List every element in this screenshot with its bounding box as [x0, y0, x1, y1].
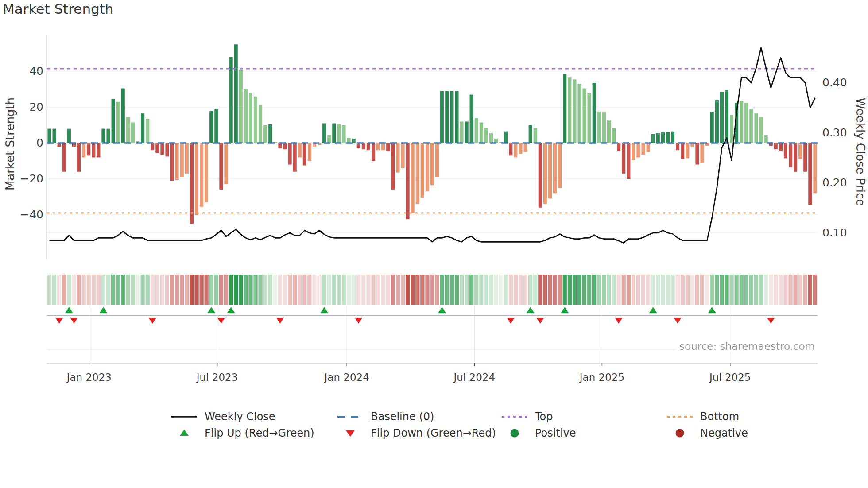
heatmap-cell: [695, 275, 699, 305]
flip-down-marker: [615, 318, 623, 324]
strength-bar: [293, 143, 297, 172]
flip-up-marker: [708, 307, 716, 313]
strength-bar: [529, 125, 532, 143]
y-tick-label-right: 0.10: [822, 226, 847, 239]
strength-bar: [151, 143, 154, 150]
heatmap-cell: [47, 275, 51, 305]
heatmap-cell: [675, 275, 679, 305]
strength-bar: [146, 119, 149, 143]
heatmap-cell: [803, 275, 807, 305]
strength-bar: [224, 143, 228, 184]
heatmap-cell: [425, 275, 429, 305]
heatmap-cell: [445, 275, 449, 305]
strength-bar: [681, 143, 684, 159]
heatmap-cell: [641, 275, 645, 305]
heatmap-cell: [460, 275, 464, 305]
legend-label: Bottom: [700, 411, 739, 423]
strength-bar: [303, 143, 306, 166]
strength-bar: [715, 100, 719, 143]
heatmap-cell: [479, 275, 483, 305]
strength-bar: [92, 143, 95, 157]
strength-bar: [106, 129, 110, 143]
strength-bar: [514, 143, 517, 157]
legend-item-flip-up: Flip Up (Red→Green): [170, 427, 314, 439]
heatmap-cell: [180, 275, 184, 305]
y-tick-label-right: 0.20: [822, 176, 847, 189]
strength-bar: [67, 129, 71, 143]
legend-label: Positive: [535, 427, 576, 439]
heatmap-cell: [435, 275, 439, 305]
heatmap-cell: [72, 275, 76, 305]
strength-bar: [53, 129, 56, 143]
strength-bar: [170, 143, 174, 181]
strength-bar: [440, 91, 444, 143]
x-axis-ticks: Jan 2023Jul 2023Jan 2024Jul 2024Jan 2025…: [66, 363, 751, 383]
strength-bar: [523, 143, 527, 152]
strength-bar: [416, 143, 419, 204]
market-strength-figure: Market Strength Market Strength Weekly C…: [0, 0, 868, 488]
legend-item-negative: Negative: [666, 427, 748, 439]
strength-bar: [573, 79, 576, 143]
strength-bar: [229, 57, 233, 143]
strength-bar: [475, 118, 478, 143]
heatmap-cell: [239, 275, 243, 305]
heatmap-cell: [190, 275, 194, 305]
strength-bar: [214, 109, 218, 143]
heatmap-cell: [87, 275, 91, 305]
strength-bar: [798, 143, 802, 159]
strength-bar: [607, 120, 611, 143]
legend-item-bottom: Bottom: [666, 411, 739, 423]
heatmap-cell: [553, 275, 557, 305]
heatmap-cell: [582, 275, 586, 305]
heatmap-cell: [288, 275, 292, 305]
strength-bar: [553, 143, 557, 193]
legend-label: Weekly Close: [205, 411, 275, 423]
legend-label: Flip Up (Red→Green): [205, 427, 314, 439]
strength-bar: [597, 112, 601, 143]
heatmap-cell: [450, 275, 454, 305]
legend-item-weekly-close: Weekly Close: [170, 411, 275, 423]
strength-bar: [195, 143, 198, 215]
strength-bar: [686, 143, 689, 158]
heatmap-cell: [420, 275, 424, 305]
strength-bar: [676, 143, 679, 150]
heatmap-cell: [519, 275, 523, 305]
heatmap-cell: [92, 275, 96, 305]
heatmap-cell: [283, 275, 287, 305]
heatmap-cell: [504, 275, 508, 305]
strength-bar: [455, 91, 458, 143]
heatmap-cell: [656, 275, 660, 305]
heatmap-cell: [209, 275, 213, 305]
strength-bar: [386, 143, 390, 151]
dotted-swatch-icon: [666, 412, 694, 421]
x-tick-label: Jul 2023: [196, 372, 238, 383]
strength-bar: [82, 143, 85, 157]
heatmap-cell: [602, 275, 606, 305]
strength-bar: [239, 70, 243, 143]
heatmap-cell: [371, 275, 375, 305]
strength-bar: [77, 143, 81, 172]
strength-bar: [465, 121, 468, 143]
strength-bar: [200, 143, 203, 207]
strength-bar: [759, 117, 763, 143]
strength-bar: [131, 122, 135, 143]
heatmap-cell: [710, 275, 714, 305]
y-axis-ticks-right: 0.400.300.200.10: [822, 76, 847, 239]
heatmap-cell: [352, 275, 356, 305]
heatmap-cell: [455, 275, 459, 305]
heatmap-cell: [744, 275, 748, 305]
strength-bar: [141, 113, 144, 143]
heatmap-cell: [347, 275, 351, 305]
strength-bar: [391, 143, 395, 190]
strength-bar: [548, 143, 552, 199]
strength-bar: [534, 128, 537, 143]
legend-item-baseline: Baseline (0): [337, 411, 434, 423]
heatmap-cell: [396, 275, 400, 305]
heatmap-cell: [307, 275, 311, 305]
strength-bar: [185, 143, 189, 174]
heatmap-cell: [715, 275, 719, 305]
flip-up-marker: [227, 307, 235, 313]
heatmap-cell: [622, 275, 626, 305]
heatmap-cell: [52, 275, 56, 305]
heatmap-cell: [548, 275, 552, 305]
